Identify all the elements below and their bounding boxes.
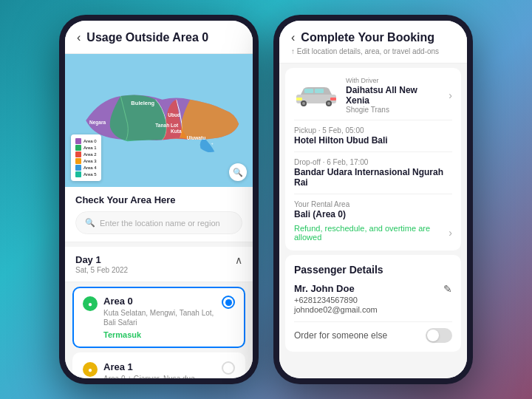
- dropoff-label: Drop-off · 6 Feb, 17:00: [294, 158, 452, 166]
- booking-content: With Driver Daihatsu All New Xenia Shogi…: [279, 64, 467, 378]
- search-title: Check Your Area Here: [75, 194, 242, 205]
- passenger-section: Passenger Details Mr. John Doe +62812345…: [285, 255, 461, 352]
- search-section: Check Your Area Here 🔍 Enter the locatio…: [65, 187, 253, 242]
- car-image: [294, 83, 338, 109]
- search-placeholder: Enter the location name or region: [100, 219, 220, 228]
- svg-text:+: +: [211, 141, 214, 146]
- phone-2-screen: ‹ Complete Your Booking ↑ Edit location …: [279, 21, 467, 378]
- passenger-email: johndoe02@gmail.com: [294, 305, 443, 314]
- car-chevron-icon[interactable]: ›: [449, 89, 452, 101]
- map-screen-title: Usage Outside Area 0: [86, 31, 208, 44]
- day-title: Day 1: [75, 254, 128, 265]
- refund-text: Refund, reschedule, and overtime are all…: [294, 224, 449, 242]
- dropoff-row: Drop-off · 6 Feb, 17:00 Bandar Udara Int…: [294, 158, 452, 188]
- search-icon: 🔍: [85, 218, 95, 228]
- pickup-value: Hotel Hilton Ubud Bali: [294, 135, 452, 146]
- svg-rect-15: [296, 98, 302, 100]
- svg-point-14: [327, 102, 330, 105]
- area-0-icon: ●: [83, 296, 98, 311]
- area-0-info: Area 0 Kuta Selatan, Mengwi, Tanah Lot, …: [103, 296, 216, 339]
- pickup-row: Pickup · 5 Feb, 05:00 Hotel Hilton Ubud …: [294, 126, 452, 146]
- divider-3: [294, 194, 452, 194]
- day-header: Day 1 Sat, 5 Feb 2022 ∧: [65, 247, 253, 282]
- svg-text:Kuta: Kuta: [171, 129, 182, 134]
- area-0-desc: Kuta Selatan, Mengwi, Tanah Lot, Bali Sa…: [103, 308, 216, 327]
- someone-else-row: Order for someone else: [294, 321, 452, 343]
- booking-header: ‹ Complete Your Booking ↑ Edit location …: [279, 21, 467, 64]
- area-0-badge: Termasuk: [103, 330, 216, 339]
- refund-chevron-icon[interactable]: ›: [449, 227, 452, 239]
- divider-2: [294, 151, 452, 152]
- area-1-info: Area 1 Area 0 + Gianyar, Nusa dua, Padan…: [103, 361, 216, 378]
- area-1-radio[interactable]: [222, 361, 235, 375]
- svg-rect-9: [304, 89, 313, 93]
- edit-hint: ↑ Edit location details, area, or travel…: [291, 47, 455, 55]
- car-info: With Driver Daihatsu All New Xenia Shogi…: [346, 77, 441, 114]
- phone-1-screen: ‹ Usage Outside Area 0 Buleleng Ne: [65, 21, 253, 378]
- back-button-booking[interactable]: ‹: [291, 31, 295, 44]
- area-0-radio[interactable]: [222, 296, 235, 309]
- rental-area-row: Your Rental Area Bali (Area 0): [294, 200, 452, 219]
- collapse-icon[interactable]: ∧: [235, 254, 242, 266]
- car-vendor: Shogie Trans: [346, 106, 441, 114]
- svg-text:Uluwatu: Uluwatu: [187, 135, 206, 140]
- edit-passenger-button[interactable]: ✎: [443, 283, 452, 295]
- car-details-card: With Driver Daihatsu All New Xenia Shogi…: [285, 68, 461, 250]
- area-card-1[interactable]: ● Area 1 Area 0 + Gianyar, Nusa dua, Pad…: [72, 352, 245, 378]
- svg-point-12: [302, 102, 305, 105]
- area-1-name: Area 1: [103, 361, 216, 372]
- rental-area-value: Bali (Area 0): [294, 209, 452, 219]
- phone-2: ‹ Complete Your Booking ↑ Edit location …: [273, 15, 473, 384]
- area-list: ● Area 0 Kuta Selatan, Mengwi, Tanah Lot…: [65, 282, 253, 378]
- svg-rect-10: [315, 89, 324, 93]
- map-legend: Area 0 Area 1 Area 2 Area 3 Area 4 Area …: [71, 134, 101, 181]
- day-subtitle: Sat, 5 Feb 2022: [75, 266, 128, 274]
- svg-text:Buleleng: Buleleng: [131, 100, 154, 106]
- with-driver-label: With Driver: [346, 77, 441, 84]
- area-card-0[interactable]: ● Area 0 Kuta Selatan, Mengwi, Tanah Lot…: [72, 287, 245, 348]
- divider-1: [294, 120, 452, 120]
- area-1-icon: ●: [83, 362, 98, 377]
- someone-else-toggle[interactable]: [426, 328, 452, 343]
- search-input-wrap[interactable]: 🔍 Enter the location name or region: [75, 211, 242, 234]
- pickup-label: Pickup · 5 Feb, 05:00: [294, 126, 452, 134]
- back-button-map[interactable]: ‹: [77, 31, 81, 44]
- map-view: Buleleng Negara Ubud Tanah Lot Kuta Uluw…: [65, 54, 253, 187]
- zoom-button[interactable]: 🔍: [229, 163, 247, 181]
- passenger-name: Mr. John Doe: [294, 283, 443, 294]
- rental-area-label: Your Rental Area: [294, 200, 452, 208]
- map-screen-header: ‹ Usage Outside Area 0: [65, 21, 253, 54]
- passenger-row: Mr. John Doe +6281234567890 johndoe02@gm…: [294, 283, 452, 314]
- svg-text:Tanah Lot: Tanah Lot: [155, 123, 179, 128]
- area-0-name: Area 0: [103, 296, 216, 307]
- passenger-phone: +6281234567890: [294, 296, 443, 304]
- svg-text:Negara: Negara: [89, 120, 106, 126]
- phone-1: ‹ Usage Outside Area 0 Buleleng Ne: [59, 15, 259, 384]
- passenger-section-title: Passenger Details: [294, 264, 452, 276]
- svg-rect-16: [330, 98, 336, 100]
- booking-title: Complete Your Booking: [301, 31, 434, 44]
- car-row[interactable]: With Driver Daihatsu All New Xenia Shogi…: [294, 77, 452, 114]
- dropoff-value: Bandar Udara Internasional Ngurah Rai: [294, 167, 452, 188]
- svg-text:Ubud: Ubud: [168, 112, 180, 117]
- car-name: Daihatsu All New Xenia: [346, 85, 441, 106]
- toggle-knob: [427, 330, 439, 341]
- passenger-info: Mr. John Doe +6281234567890 johndoe02@gm…: [294, 283, 443, 314]
- someone-else-label: Order for someone else: [294, 330, 387, 341]
- refund-row[interactable]: Refund, reschedule, and overtime are all…: [294, 224, 452, 242]
- area-1-desc: Area 0 + Gianyar, Nusa dua, Padang beach…: [103, 374, 216, 378]
